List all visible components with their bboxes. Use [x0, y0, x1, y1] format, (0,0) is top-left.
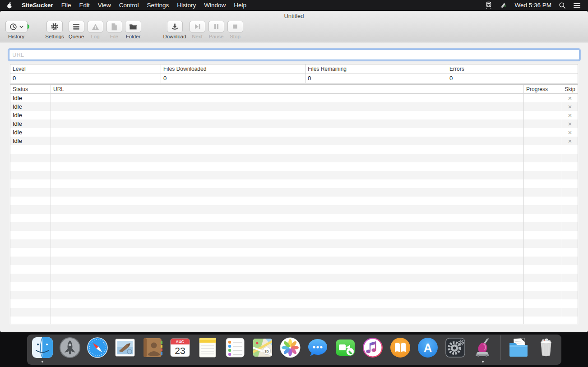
row-status: Idle — [10, 128, 51, 137]
menu-view[interactable]: View — [94, 0, 115, 10]
menu-window[interactable]: Window — [200, 0, 230, 10]
row-status: Idle — [10, 94, 51, 102]
stop-icon — [227, 21, 243, 32]
row-progress — [524, 102, 562, 111]
dock-icon-downloads-folder[interactable] — [508, 337, 529, 358]
menu-history[interactable]: History — [173, 0, 200, 10]
stats-value-level: 0 — [10, 73, 161, 83]
skip-button[interactable]: × — [562, 137, 578, 145]
spotlight-icon[interactable] — [555, 2, 569, 9]
skip-button[interactable]: × — [562, 94, 578, 102]
skip-x-icon[interactable]: × — [568, 103, 572, 110]
dock-icon-ibooks[interactable] — [389, 337, 411, 358]
column-header-progress[interactable]: Progress — [524, 85, 562, 93]
menu-edit[interactable]: Edit — [75, 0, 94, 10]
queue-row[interactable]: Idle × — [10, 137, 578, 145]
menu-app-name[interactable]: SiteSucker — [18, 0, 57, 10]
sitesucker-window: Untitled History Settings — [0, 11, 588, 332]
dock-icon-calendar[interactable]: AUG23 — [169, 337, 191, 358]
stats-header-files-remaining: Files Remaining — [306, 64, 447, 73]
dock-icon-contacts[interactable] — [142, 337, 163, 358]
row-progress — [524, 94, 562, 102]
column-header-skip[interactable]: Skip — [562, 85, 578, 93]
dock-icon-system-preferences[interactable] — [444, 337, 466, 358]
dock-icon-notes[interactable] — [197, 337, 218, 358]
sitesucker-menu-icon[interactable] — [496, 1, 511, 9]
skip-x-icon[interactable]: × — [568, 112, 572, 119]
queue-row[interactable]: Idle × — [10, 119, 578, 128]
dock-icon-facetime[interactable] — [334, 337, 356, 358]
apple-menu-icon[interactable] — [6, 2, 13, 9]
stats-value-row: 0 0 0 0 — [10, 73, 578, 83]
toolbar-group-folder: Folder — [111, 21, 156, 39]
queue-row[interactable]: Idle × — [10, 94, 578, 102]
dock-divider — [500, 335, 501, 360]
notification-center-icon[interactable] — [569, 2, 584, 9]
menu-file[interactable]: File — [57, 0, 75, 10]
dock-icon-itunes[interactable] — [362, 337, 384, 358]
skip-button[interactable]: × — [562, 102, 578, 111]
row-progress — [524, 111, 562, 119]
row-url — [51, 94, 524, 102]
dock-icon-reminders[interactable] — [224, 337, 246, 358]
menu-settings[interactable]: Settings — [143, 0, 173, 10]
stats-value-files-downloaded: 0 — [161, 73, 306, 83]
menu-clock[interactable]: Wed 5:36 PM — [511, 2, 555, 9]
column-header-url[interactable]: URL — [51, 85, 524, 93]
stats-header-row: Level Files Downloaded Files Remaining E… — [10, 64, 578, 73]
stats-header-files-downloaded: Files Downloaded — [161, 64, 306, 73]
history-button[interactable] — [5, 21, 28, 32]
row-status: Idle — [10, 137, 51, 145]
queue-row[interactable]: Idle × — [10, 102, 578, 111]
stats-value-files-remaining: 0 — [306, 73, 447, 83]
running-indicator — [482, 361, 484, 362]
row-url — [51, 137, 524, 145]
skip-x-icon[interactable]: × — [568, 129, 572, 136]
dock: AUG23 3D A — [27, 335, 561, 365]
chevron-down-icon — [19, 25, 23, 28]
calendar-month: AUG — [176, 339, 184, 344]
skip-x-icon[interactable]: × — [568, 120, 572, 127]
dock-icon-app-store[interactable]: A — [417, 337, 439, 358]
url-input[interactable] — [9, 50, 579, 60]
train-icon[interactable] — [482, 1, 496, 9]
row-url — [51, 119, 524, 128]
skip-button[interactable]: × — [562, 119, 578, 128]
dock-icon-photos[interactable] — [279, 337, 301, 358]
dock-icon-sitesucker[interactable] — [472, 337, 494, 358]
maps-3d-badge: 3D — [264, 349, 269, 353]
dock-icon-maps[interactable]: 3D — [252, 337, 273, 358]
window-title: Untitled — [0, 13, 588, 19]
dock-icon-mail[interactable] — [114, 337, 136, 358]
dock-icon-finder[interactable] — [32, 337, 53, 358]
folder-icon[interactable] — [125, 21, 141, 32]
dock-icon-launchpad[interactable] — [59, 337, 81, 358]
dock-icon-safari[interactable] — [87, 337, 108, 358]
row-status: Idle — [10, 119, 51, 128]
skip-button[interactable]: × — [562, 111, 578, 119]
dock-icon-messages[interactable] — [307, 337, 329, 358]
queue-table: Status URL Progress Skip Idle × Idle × — [10, 84, 578, 324]
menu-bar: SiteSucker File Edit View Control Settin… — [0, 0, 588, 10]
app-store-letter: A — [423, 341, 431, 354]
text-caret — [12, 51, 12, 58]
skip-x-icon[interactable]: × — [568, 95, 572, 101]
skip-button[interactable]: × — [562, 128, 578, 137]
dock-icon-trash[interactable] — [535, 337, 557, 358]
skip-x-icon[interactable]: × — [568, 138, 572, 144]
row-progress — [524, 137, 562, 145]
url-field-wrap — [9, 50, 579, 60]
calendar-day: 23 — [175, 345, 185, 356]
row-status: Idle — [10, 102, 51, 111]
menu-help[interactable]: Help — [230, 0, 250, 10]
history-clock-icon — [9, 23, 17, 31]
stats-value-errors: 0 — [447, 73, 578, 83]
row-progress — [524, 128, 562, 137]
history-button-label: History — [8, 34, 24, 39]
queue-row[interactable]: Idle × — [10, 111, 578, 119]
stats-header-level: Level — [10, 64, 161, 73]
row-status: Idle — [10, 111, 51, 119]
queue-row[interactable]: Idle × — [10, 128, 578, 137]
column-header-status[interactable]: Status — [10, 85, 51, 93]
menu-control[interactable]: Control — [115, 0, 143, 10]
